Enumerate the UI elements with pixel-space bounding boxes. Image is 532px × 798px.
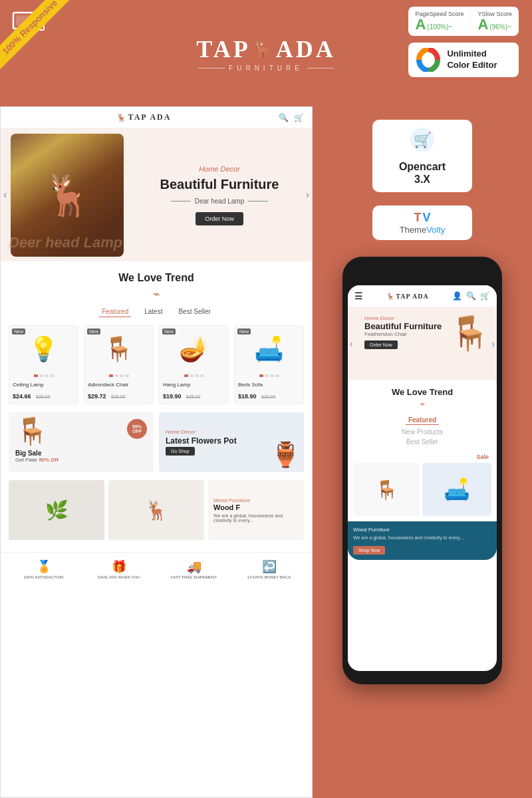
dot [265,374,269,377]
product-info: Adirondack Chair $29.72 $35.00 [84,379,153,404]
phone-hero-chair-icon: 🪑 [449,314,490,352]
product-info: Ceiling Lamp $24.66 $29.00 [9,379,78,404]
logo-line-left [198,68,225,68]
sale-badge: 50%OFF [127,419,147,439]
phone-tab-best[interactable]: Best Seller [356,437,489,447]
product-dots [84,372,153,379]
new-badge: New [12,329,25,334]
logo-title: TAP 🦌 ADA [196,35,335,63]
shipping-icon: 🚚 [156,559,231,574]
dot [45,374,49,377]
trend-decor: ⌁ [9,287,304,301]
hero-arrow-left[interactable]: ‹ [3,189,7,201]
product-name: Adirondack Chair [88,382,150,388]
tab-latest[interactable]: Latest [142,307,165,317]
dot [190,374,194,377]
phone-trend: We Love Trend ⌁ Featured New Products Be… [348,380,497,454]
chair-icon: 🪑 [104,335,134,363]
main-content: 🦌 TAP ADA 🔍 🛒 🦌 Home Decor Beautiful Fur… [0,106,532,798]
nav-logo: 🦌 TAP ADA [116,112,172,122]
nav-logo-text: TAP ADA [128,112,172,122]
product-card: New 💡 Ceiling Lamp $24.66 $29.00 [9,325,78,404]
tab-featured[interactable]: Featured [99,307,131,317]
phone-chair-icon: 🪑 [375,479,398,501]
product-info: Beds Sofa $18.90 $22.00 [235,379,303,404]
phone-order-button[interactable]: Order Now [364,340,398,349]
product-dots [160,372,228,379]
hero-content: Home Decor Beautiful Furniture Dear head… [134,152,312,239]
dot [50,374,54,377]
hero-arrow-right[interactable]: › [306,189,309,201]
wood-section: 🌿 🦌 Wood Furniture Wood F We are a globa… [9,480,304,540]
color-editor-badge: Unlimited Color Editor [408,43,519,77]
desktop-nav: 🦌 TAP ADA 🔍 🛒 [1,107,312,128]
new-badge: New [87,329,100,334]
svg-text:🛒: 🛒 [414,131,432,149]
wood-text: Wood Furniture Wood F We are a global, h… [208,480,304,540]
logo-sub: FURNITURE [229,65,303,72]
product-price: $18.90 [238,393,257,400]
hero-overlay-text: Deer head Lamp [9,234,122,251]
sale-banner: 🪑 50%OFF Big Sale Get Flate 50% Off [9,412,154,472]
flowers-subtitle: Home Decor [166,429,297,435]
trend-section: We Love Trend ⌁ Featured Latest Best Sel… [1,261,312,552]
desktop-preview: 🦌 TAP ADA 🔍 🛒 🦌 Home Decor Beautiful Fur… [0,106,313,798]
phone-shop-now-button[interactable]: Shop Now [353,546,385,555]
cart-icon[interactable]: 🛒 [294,113,304,122]
cart-badge-icon: 🛒 [382,126,462,158]
phone-trend-decor: ⌁ [356,398,489,409]
phone-tab-new[interactable]: New Products [356,427,489,437]
hero-divider: Dear head Lamp [140,198,299,205]
trend-tabs: Featured Latest Best Seller [9,307,304,317]
phone-search-icon[interactable]: 🔍 [466,291,476,301]
dot [275,374,279,377]
dot [34,374,38,377]
phone-product-2: 🛋️ [422,463,491,516]
logo-line-right [307,68,334,68]
phone-cart-icon[interactable]: 🛒 [480,291,490,301]
phone-trend-title: We Love Trend [356,387,489,397]
plant-icon: 🌿 [45,499,68,521]
phone-mockup: ☰ 🦌 TAP ADA 👤 🔍 🛒 ‹ Home Decor [342,257,502,684]
logo-area: TAP 🦌 ADA FURNITURE [196,35,335,72]
phone-tab-featured[interactable]: Featured [406,416,439,425]
themevolty-logo: T V [382,211,462,225]
phone-hero-arrow-left[interactable]: ‹ [350,338,353,349]
wood-image-2: 🦌 [108,480,204,540]
sofa-icon: 🛋️ [254,335,284,363]
phone-hero: ‹ Home Decor Beautiful Furniture Feather… [348,307,497,380]
hero-title: Beautiful Furniture [140,177,299,192]
top-banner: 100% Responsive TAP 🦌 ADA FURNITURE Page… [0,0,532,106]
tv-v-letter: V [422,211,430,225]
product-price: $19.90 [163,393,182,400]
bottom-icon-shipping: 🚚 FAST FREE SHIPEMENT [156,559,231,579]
flowers-icon: 🏺 [271,441,301,469]
antler-icon: 🦌 [252,41,275,57]
phone-hero-arrow-right[interactable]: › [491,338,495,349]
shipping-label: FAST FREE SHIPEMENT [156,575,231,579]
phone-product-row: 🪑 🛋️ [348,463,497,521]
return-icon: ↩️ [231,559,307,574]
divider-line-left [171,201,191,201]
divider-line-right [248,201,268,201]
phone-screen: ☰ 🦌 TAP ADA 👤 🔍 🛒 ‹ Home Decor [348,285,497,671]
dot [270,374,274,377]
product-old-price: $35.00 [111,394,125,399]
sale-chair-icon: 🪑 [15,416,49,447]
sale-subtitle: Get Flate 50% Off [15,457,147,463]
wood-title: Wood F [213,503,299,511]
ribbon-text: 100% Responsive [0,0,74,70]
dot [259,374,263,377]
order-now-button[interactable]: Order Now [196,212,243,225]
save-icon: 🎁 [81,559,156,574]
color-editor-label: Unlimited Color Editor [447,49,497,71]
tab-best-seller[interactable]: Best Seller [176,307,213,317]
phone-logo: 🦌 TAP ADA [386,293,428,300]
go-shop-button[interactable]: Go Shop [166,447,195,456]
save-label: SAVE 20% WHEN YOU [81,575,156,579]
product-card: New 🪑 Adirondack Chair $29.72 $35.00 [84,325,154,404]
phone-user-icon[interactable]: 👤 [452,291,462,301]
phone-hamburger-icon[interactable]: ☰ [354,291,363,301]
yslow-grade: A [477,17,488,32]
search-icon[interactable]: 🔍 [279,113,289,122]
